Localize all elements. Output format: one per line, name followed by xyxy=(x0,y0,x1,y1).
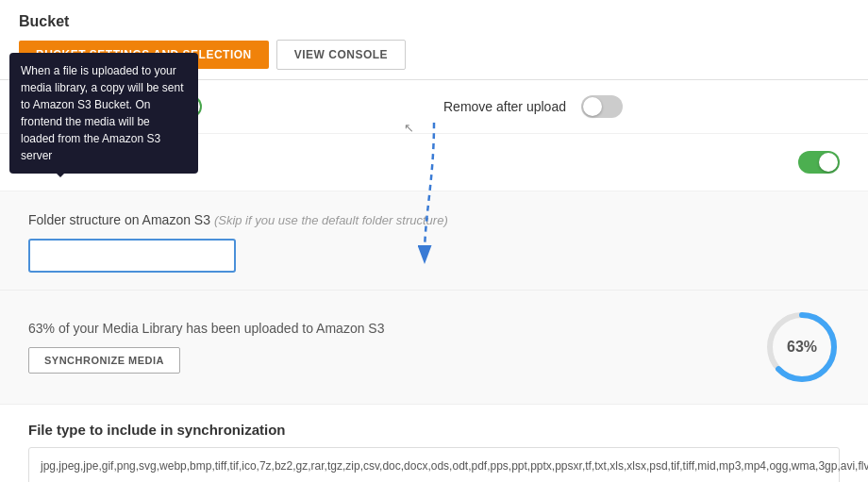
remove-right: Remove after upload xyxy=(425,95,840,118)
file-types-box[interactable]: jpg,jpeg,jpe,gif,png,svg,webp,bmp,tiff,t… xyxy=(28,447,840,482)
progress-text: 63% of your Media Library has been uploa… xyxy=(28,321,726,336)
circle-percent-label: 63% xyxy=(787,339,817,356)
tooltip-box: When a file is uploaded to your media li… xyxy=(9,53,198,174)
progress-section: 63% of your Media Library has been uploa… xyxy=(0,291,868,405)
attachment-thumb xyxy=(819,153,838,172)
folder-hint: (Skip if you use the default folder stru… xyxy=(214,213,448,227)
remove-after-upload-track[interactable] xyxy=(581,95,623,118)
progress-left: 63% of your Media Library has been uploa… xyxy=(28,321,726,374)
attachment-toggle[interactable] xyxy=(798,151,840,174)
remove-after-upload-label: Remove after upload xyxy=(443,99,566,114)
folder-section: Folder structure on Amazon S3 (Skip if y… xyxy=(0,191,868,291)
attachment-track[interactable] xyxy=(798,151,840,174)
remove-after-upload-toggle[interactable] xyxy=(581,95,623,118)
folder-input[interactable] xyxy=(28,239,236,273)
tooltip-text: When a file is uploaded to your media li… xyxy=(21,64,184,162)
file-types-value: jpg,jpeg,jpe,gif,png,svg,webp,bmp,tiff,t… xyxy=(41,459,868,473)
view-console-button[interactable]: VIEW CONSOLE xyxy=(276,40,406,70)
file-types-title: File type to include in synchronization xyxy=(28,422,840,438)
folder-label: Folder structure on Amazon S3 (Skip if y… xyxy=(28,212,840,227)
remove-after-upload-thumb xyxy=(583,97,602,116)
synchronize-media-button[interactable]: SYNCHRONIZE MEDIA xyxy=(28,347,180,374)
file-types-section: File type to include in synchronization … xyxy=(0,405,868,482)
circle-progress: 63% xyxy=(764,309,840,385)
page-title: Bucket xyxy=(19,13,849,30)
